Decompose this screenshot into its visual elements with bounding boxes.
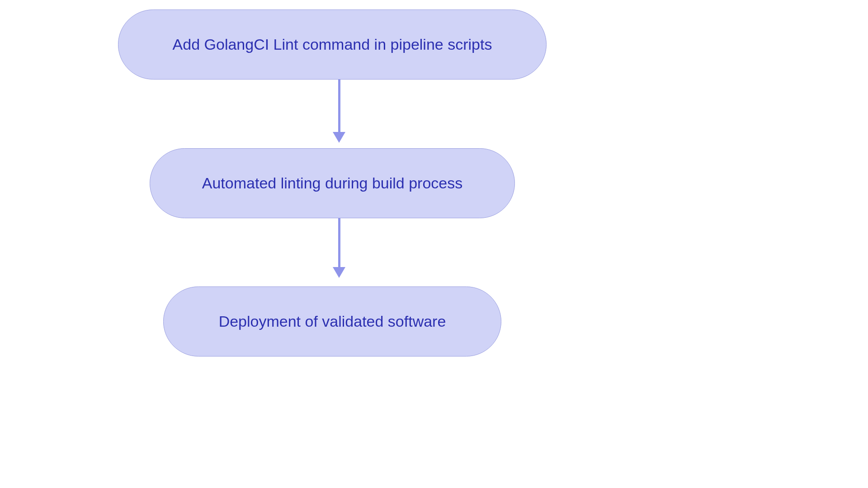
flow-node-step3: Deployment of validated software	[163, 286, 501, 357]
flowchart-canvas: Add GolangCI Lint command in pipeline sc…	[0, 0, 694, 369]
flow-node-step2: Automated linting during build process	[150, 148, 515, 218]
flow-node-label: Add GolangCI Lint command in pipeline sc…	[173, 35, 492, 54]
flow-node-label: Deployment of validated software	[219, 312, 446, 331]
flow-arrow-2	[332, 218, 346, 278]
flow-node-step1: Add GolangCI Lint command in pipeline sc…	[118, 9, 547, 80]
flow-node-label: Automated linting during build process	[202, 174, 462, 192]
flow-arrow-1	[332, 80, 346, 143]
